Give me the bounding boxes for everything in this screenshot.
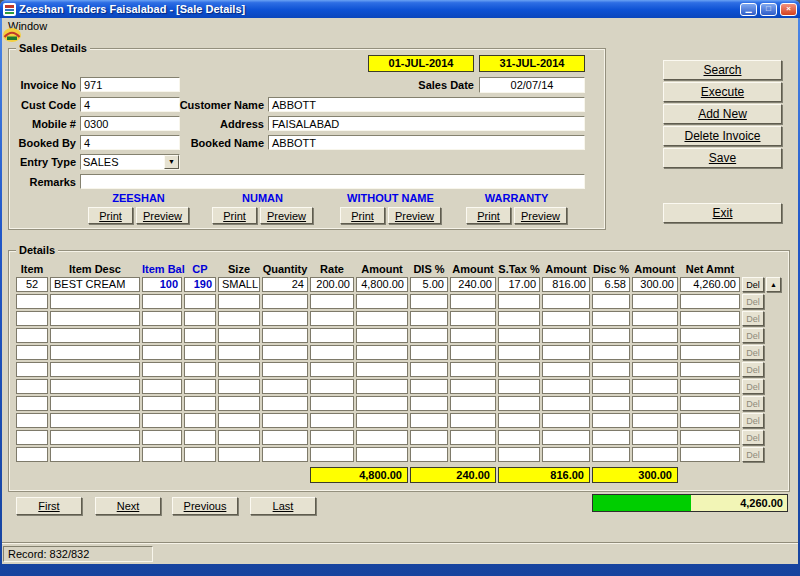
cell-amount-11[interactable] (542, 362, 590, 377)
cell-cp-3[interactable] (184, 379, 216, 394)
cell-amount-7[interactable] (356, 413, 408, 428)
delete-row-button[interactable]: Del (742, 362, 764, 377)
cell-quantity-5[interactable] (262, 294, 308, 309)
cell-quantity-5[interactable]: 24 (262, 277, 308, 292)
cell-cp-3[interactable] (184, 345, 216, 360)
cell-item-0[interactable] (16, 294, 48, 309)
cell-item-bal-2[interactable] (142, 396, 182, 411)
cell-cp-3[interactable] (184, 396, 216, 411)
cell-rate-6[interactable] (310, 328, 354, 343)
cell-net-amnt-14[interactable] (680, 430, 740, 445)
cell-net-amnt-14[interactable] (680, 328, 740, 343)
cell-cp-3[interactable] (184, 294, 216, 309)
cell-rate-6[interactable] (310, 430, 354, 445)
cell-quantity-5[interactable] (262, 328, 308, 343)
search-button[interactable]: Search (663, 60, 782, 80)
cell-amount-13[interactable] (632, 413, 678, 428)
preview-button[interactable]: Preview (388, 207, 441, 224)
cell-amount-9[interactable] (450, 396, 496, 411)
cell-amount-7[interactable] (356, 294, 408, 309)
cell-net-amnt-14[interactable]: 4,260.00 (680, 277, 740, 292)
cell-dis-8[interactable] (410, 430, 448, 445)
sales-date-input[interactable]: 02/07/14 (479, 77, 585, 93)
cell-net-amnt-14[interactable] (680, 294, 740, 309)
cell-cp-3[interactable] (184, 311, 216, 326)
cell-disc-12[interactable] (592, 311, 630, 326)
add-new-button[interactable]: Add New (663, 104, 782, 124)
cell-amount-13[interactable] (632, 430, 678, 445)
delete-row-button[interactable]: Del (742, 345, 764, 360)
remarks-input[interactable] (80, 174, 585, 189)
cell-quantity-5[interactable] (262, 396, 308, 411)
cell-amount-7[interactable]: 4,800.00 (356, 277, 408, 292)
cell-size-4[interactable] (218, 328, 260, 343)
delete-row-button[interactable]: Del (742, 447, 764, 462)
delete-row-button[interactable]: Del (742, 311, 764, 326)
delete-invoice-button[interactable]: Delete Invoice (663, 126, 782, 146)
cell-amount-11[interactable] (542, 328, 590, 343)
cell-amount-7[interactable] (356, 328, 408, 343)
cell-amount-7[interactable] (356, 311, 408, 326)
cell-item-bal-2[interactable] (142, 294, 182, 309)
delete-row-button[interactable]: Del (742, 277, 764, 292)
cell-item-desc-1[interactable] (50, 413, 140, 428)
cell-item-bal-2[interactable] (142, 447, 182, 462)
cell-rate-6[interactable] (310, 413, 354, 428)
cell-disc-12[interactable] (592, 379, 630, 394)
cell-amount-9[interactable] (450, 345, 496, 360)
cell-net-amnt-14[interactable] (680, 311, 740, 326)
cell-s-tax-10[interactable] (498, 311, 540, 326)
cell-item-bal-2[interactable] (142, 328, 182, 343)
cell-net-amnt-14[interactable] (680, 396, 740, 411)
cell-item-desc-1[interactable] (50, 362, 140, 377)
first-button[interactable]: First (16, 497, 82, 515)
booked-by-input[interactable]: 4 (80, 135, 180, 150)
cell-amount-13[interactable] (632, 294, 678, 309)
cell-amount-7[interactable] (356, 396, 408, 411)
cell-item-0[interactable] (16, 413, 48, 428)
address-input[interactable]: FAISALABAD (268, 116, 585, 131)
cell-amount-9[interactable] (450, 413, 496, 428)
cell-size-4[interactable] (218, 447, 260, 462)
cell-amount-13[interactable] (632, 396, 678, 411)
cell-dis-8[interactable] (410, 345, 448, 360)
cell-amount-9[interactable] (450, 430, 496, 445)
cell-item-0[interactable] (16, 362, 48, 377)
cell-amount-11[interactable] (542, 345, 590, 360)
preview-button[interactable]: Preview (260, 207, 313, 224)
cell-amount-11[interactable]: 816.00 (542, 277, 590, 292)
cell-dis-8[interactable] (410, 362, 448, 377)
cell-size-4[interactable] (218, 311, 260, 326)
cell-quantity-5[interactable] (262, 379, 308, 394)
delete-row-button[interactable]: Del (742, 379, 764, 394)
cell-dis-8[interactable] (410, 379, 448, 394)
cell-item-0[interactable] (16, 345, 48, 360)
delete-row-button[interactable]: Del (742, 430, 764, 445)
date-to[interactable]: 31-JUL-2014 (479, 55, 585, 72)
cell-s-tax-10[interactable] (498, 362, 540, 377)
cell-disc-12[interactable] (592, 430, 630, 445)
cell-rate-6[interactable] (310, 447, 354, 462)
cell-dis-8[interactable] (410, 447, 448, 462)
close-button[interactable]: × (780, 3, 797, 16)
cell-s-tax-10[interactable] (498, 396, 540, 411)
print-button[interactable]: Print (340, 207, 385, 224)
cell-size-4[interactable]: SMALL (218, 277, 260, 292)
cell-item-desc-1[interactable] (50, 379, 140, 394)
cell-rate-6[interactable] (310, 396, 354, 411)
cell-dis-8[interactable] (410, 396, 448, 411)
cell-quantity-5[interactable] (262, 345, 308, 360)
cell-amount-13[interactable] (632, 447, 678, 462)
cell-cp-3[interactable] (184, 447, 216, 462)
cell-rate-6[interactable] (310, 311, 354, 326)
cell-net-amnt-14[interactable] (680, 413, 740, 428)
cell-rate-6[interactable] (310, 294, 354, 309)
cell-dis-8[interactable] (410, 413, 448, 428)
cell-amount-11[interactable] (542, 311, 590, 326)
cell-disc-12[interactable] (592, 345, 630, 360)
cell-item-0[interactable] (16, 396, 48, 411)
print-button[interactable]: Print (88, 207, 133, 224)
cell-amount-9[interactable] (450, 447, 496, 462)
cell-cp-3[interactable] (184, 430, 216, 445)
cell-quantity-5[interactable] (262, 413, 308, 428)
